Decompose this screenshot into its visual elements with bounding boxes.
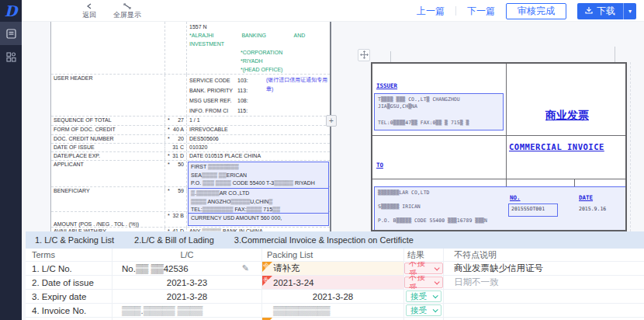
- chevron-down-icon: [435, 265, 440, 270]
- lc-doc-cell: [165, 75, 187, 117]
- lc-tagno: 50: [178, 162, 184, 190]
- beneficiary-line: ▒.▒▒▒▒▒▒AR CO.,LTD: [191, 190, 326, 198]
- page-edge-guide: [630, 62, 631, 231]
- result-cell: 接受: [404, 304, 444, 317]
- col-header-result: 结果: [404, 249, 444, 261]
- ruler-tick: [615, 47, 615, 62]
- table-border: [372, 179, 625, 179]
- chevron-down-icon: [433, 307, 438, 312]
- lc-kv-key: MSG USER REF.: [189, 96, 237, 106]
- download-split-button[interactable]: 下载 ▾: [577, 3, 636, 19]
- topbar: 返回 全屏显示 上一篇 下一篇 审核完成 下载 ▾: [22, 0, 644, 22]
- bank-stamp-text: (银行进口信用证通知专用章): [266, 75, 328, 94]
- prev-doc-link[interactable]: 上一篇: [417, 5, 445, 18]
- result-select[interactable]: 不接受: [404, 263, 443, 274]
- compare-panel: 1. L/C & Packing List 2.L/C & Bill of La…: [26, 231, 644, 320]
- lc-kv-val: 103:: [237, 78, 248, 83]
- lc-doc-header-block: 1557 N *ALRAJHI BANKING AND INVESTMENT *…: [187, 22, 330, 75]
- result-select[interactable]: 接受: [406, 290, 441, 302]
- packing-list-value: 2021-3-24: [273, 278, 313, 287]
- lc-kv-val: 113:: [237, 88, 248, 93]
- invoice-title-cn: 商业发票: [506, 109, 627, 123]
- lc-doc-cell: [51, 22, 165, 75]
- result-cell: 不接受: [404, 262, 444, 275]
- packing-list-cell: 2021-3-28: [262, 290, 404, 303]
- issuer-highlight-box[interactable]: T▒▒▒▒ ▒▒▒ CO.,LT▒ CHANGZHOU JIA▒GSU,CH▒N…: [374, 93, 504, 130]
- lc-field-value: DATE 010515 PLACE CHINA: [187, 152, 330, 160]
- back-label: 返回: [82, 10, 96, 20]
- lc-cell: ▒▒▒.▒▒▒▒▒ ▒▒▒▒: [113, 304, 262, 317]
- sidebar-item-document[interactable]: [0, 22, 22, 45]
- note-cell[interactable]: 日期不一致: [444, 276, 644, 289]
- lc-value: No.▒▒ ▒▒42536: [122, 264, 189, 273]
- lc-field-label: APPLICANT: [51, 161, 165, 191]
- back-button[interactable]: 返回: [82, 0, 96, 22]
- lc-kv-key: SERVICE CODE: [189, 75, 237, 85]
- compare-row: 4. Invoice No. ▒▒▒.▒▒▒▒▒ ▒▒▒▒ ▒▒▒▒▒▒▒▒▒ …: [26, 304, 644, 318]
- document-icon: [6, 29, 16, 39]
- move-document-handle[interactable]: [358, 49, 370, 61]
- result-select[interactable]: 接受: [406, 304, 441, 316]
- applicant-line: SEA▒▒▒▒ ▒▒ERICAN: [191, 172, 326, 180]
- next-doc-link[interactable]: 下一篇: [467, 5, 495, 18]
- app-sidebar: D: [0, 0, 22, 320]
- back-chevron-icon: [86, 3, 93, 9]
- download-label: 下载: [597, 5, 615, 18]
- amount-highlight-box[interactable]: CURRENCY USD AMOUNT 560 000,: [188, 213, 329, 226]
- fullscreen-label: 全屏显示: [113, 10, 141, 20]
- invoice-document: ISSUER T▒▒▒▒ ▒▒▒ CO.,LT▒ CHANGZHOU JIA▒G…: [371, 62, 627, 231]
- tab-commercial-invoice[interactable]: 3.Commercial Invoice & Inspection on Cer…: [234, 235, 414, 245]
- col-header-packing-list: Packing List: [262, 249, 404, 261]
- invoice-no-highlight-box[interactable]: 2015SSOT001: [508, 203, 558, 217]
- term-cell: 1. L/C No.: [26, 262, 113, 275]
- applicant-line: FIRST ▒▒▒▒▒▒▒▒: [191, 163, 326, 172]
- note-cell[interactable]: 商业发票缺少信用证号: [444, 262, 644, 275]
- note-cell[interactable]: [444, 304, 644, 317]
- table-border: [372, 135, 625, 136]
- edit-pencil-icon[interactable]: ✎: [242, 263, 249, 273]
- lc-bank-line: *RIYADH: [189, 57, 327, 65]
- lc-field-label: DATE OF ISSUE: [51, 144, 165, 151]
- lc-field-label: AMOUNT (POS . /NEG . TOL . (%)): [51, 212, 165, 228]
- lc-tagno: 31 C: [172, 144, 184, 151]
- lc-kv-val: 115:: [237, 108, 248, 113]
- compare-row: 2. Date of issue 2021-3-23 改 2021-3-24 不…: [26, 276, 644, 290]
- download-dropdown-caret[interactable]: ▾: [623, 3, 636, 19]
- lc-field-label: FORM OF DOC. CREDIT: [51, 126, 165, 134]
- lc-star: *: [168, 162, 170, 190]
- lc-kv-key: BANK. PRIORITY: [189, 85, 237, 96]
- to-label: TO: [376, 162, 383, 169]
- lc-kv-key: INFO. FROM CI: [189, 106, 237, 116]
- lc-tagno: 31 D: [172, 153, 184, 159]
- note-cell[interactable]: [444, 290, 644, 303]
- zoom-plus-button[interactable]: +: [326, 115, 337, 127]
- ruler-tick: [390, 51, 391, 62]
- lc-star: *: [168, 117, 170, 124]
- lc-field-value: 010320: [187, 144, 330, 151]
- applicant-highlight-box[interactable]: FIRST ▒▒▒▒▒▒▒▒ SEA▒▒▒▒ ▒▒ERICAN P.O. ▒▒▒…: [188, 162, 329, 190]
- result-value: 接受: [410, 291, 427, 302]
- packing-list-cell: 加 请补充: [262, 262, 404, 275]
- invoice-no-value: 2015SSOT001: [511, 206, 555, 212]
- lc-field-label: USER HEADER: [51, 75, 165, 117]
- result-value: 接受: [410, 305, 427, 316]
- issuer-label: ISSUER: [376, 82, 397, 89]
- tab-lc-bill-of-lading[interactable]: 2.L/C & Bill of Lading: [134, 235, 214, 245]
- invoice-date-value: 2015.9.16: [579, 206, 606, 212]
- lc-field-label: DOC. CREDIT NUMBER: [51, 135, 165, 143]
- result-cell: 不接受: [404, 276, 444, 289]
- amount-line: CURRENCY USD AMOUNT 560 000,: [191, 214, 326, 223]
- fullscreen-button[interactable]: 全屏显示: [113, 0, 141, 22]
- lc-tagno: 20: [178, 136, 184, 142]
- tab-lc-packing-list[interactable]: 1. L/C & Packing List: [35, 235, 114, 245]
- chevron-down-icon: [433, 293, 438, 298]
- compare-row: 3. Expiry date 2021-3-28 2021-3-28 接受: [26, 290, 644, 304]
- compare-tabbar: 1. L/C & Packing List 2.L/C & Bill of La…: [26, 231, 644, 249]
- review-done-button[interactable]: 审核完成: [506, 3, 566, 19]
- result-select[interactable]: 不接受: [404, 277, 443, 288]
- col-header-lc: L/C: [113, 249, 262, 261]
- compare-row: 1. L/C No. No.▒▒ ▒▒42536 ✎ 加 请补充 不接受 商业发…: [26, 262, 644, 276]
- sidebar-item-dashboard[interactable]: [0, 45, 22, 68]
- lc-field-value: DES505606: [187, 135, 330, 143]
- term-cell: 4. Invoice No.: [26, 304, 113, 317]
